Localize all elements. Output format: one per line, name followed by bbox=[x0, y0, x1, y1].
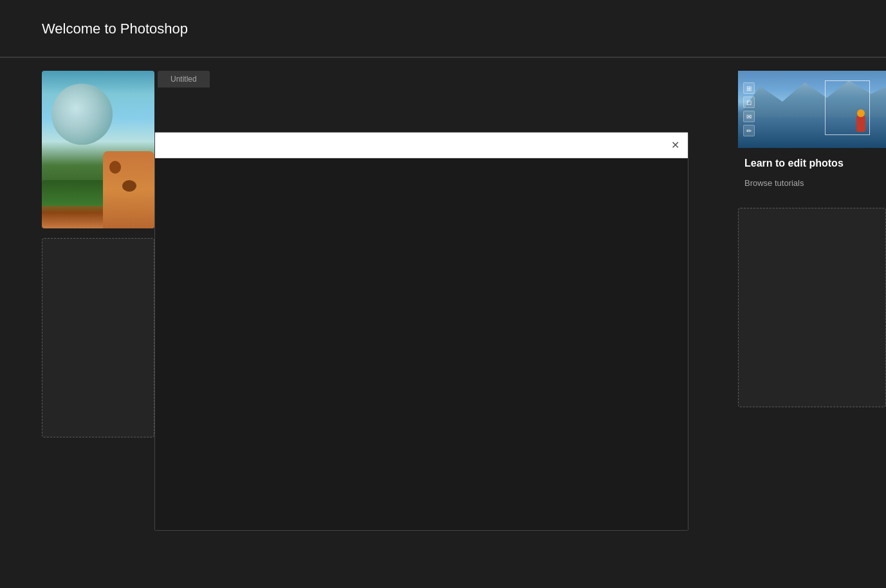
giraffe-spots bbox=[103, 151, 154, 228]
tutorial-info: Learn to edit photos Browse tutorials bbox=[738, 148, 886, 198]
transform-tool-icon: ✉ bbox=[743, 111, 755, 122]
crop-tool-icon: ⊡ bbox=[743, 96, 755, 108]
app-header: Welcome to Photoshop bbox=[0, 0, 886, 58]
composite-background bbox=[42, 71, 154, 228]
modal-close-button[interactable]: ✕ bbox=[669, 139, 681, 152]
selection-box-overlay bbox=[825, 80, 870, 135]
modal-dialog: ✕ bbox=[154, 132, 688, 531]
image-card-composite[interactable] bbox=[42, 71, 154, 228]
tab-bar: Untitled bbox=[158, 71, 312, 90]
tutorial-image: ⊞ ⊡ ✉ ✏ bbox=[738, 71, 886, 148]
image-card-empty bbox=[42, 238, 154, 437]
giraffe-element bbox=[103, 151, 154, 228]
page-title: Welcome to Photoshop bbox=[42, 21, 188, 37]
right-empty-card bbox=[738, 208, 886, 407]
left-panel bbox=[42, 71, 154, 437]
document-tab[interactable]: Untitled bbox=[158, 71, 210, 87]
toolbar-icons-overlay: ⊞ ⊡ ✉ ✏ bbox=[743, 82, 755, 136]
right-panel: ⊞ ⊡ ✉ ✏ Learn to edit photos Browse tuto… bbox=[738, 71, 886, 407]
tutorial-title: Learn to edit photos bbox=[744, 158, 880, 169]
select-tool-icon: ⊞ bbox=[743, 82, 755, 94]
modal-header: ✕ bbox=[155, 133, 688, 158]
moon-element bbox=[51, 84, 113, 145]
main-content: Untitled ✕ ⊞ ⊡ ✉ ✏ bbox=[0, 58, 886, 588]
header-divider bbox=[0, 57, 886, 57]
browse-tutorials-link[interactable]: Browse tutorials bbox=[744, 178, 804, 188]
tutorial-card: ⊞ ⊡ ✉ ✏ Learn to edit photos Browse tuto… bbox=[738, 71, 886, 198]
modal-body bbox=[155, 158, 688, 530]
mountain-scene: ⊞ ⊡ ✉ ✏ bbox=[738, 71, 886, 148]
pen-tool-icon: ✏ bbox=[743, 125, 755, 136]
